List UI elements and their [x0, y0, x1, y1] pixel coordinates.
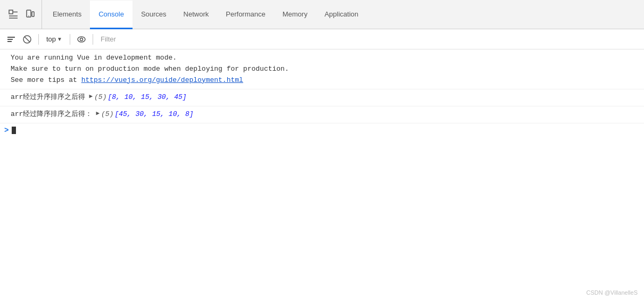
- device-icon[interactable]: [23, 7, 37, 21]
- stop-on-errors-button[interactable]: [20, 32, 34, 46]
- console-cursor: [12, 127, 16, 134]
- separator-1: [38, 34, 39, 45]
- svg-rect-5: [32, 12, 34, 16]
- asc-expand-arrow[interactable]: ▶: [89, 92, 93, 102]
- tab-performance[interactable]: Performance: [217, 1, 274, 29]
- filter-input[interactable]: [97, 35, 640, 43]
- deployment-link[interactable]: https://vuejs.org/guide/deployment.html: [81, 76, 243, 84]
- console-input-line[interactable]: >: [0, 123, 644, 137]
- svg-rect-9: [7, 41, 12, 42]
- separator-3: [93, 34, 93, 45]
- vue-warning-message: You are running Vue in development mode.…: [0, 49, 644, 89]
- tab-bar: Elements Console Sources Network Perform…: [0, 0, 644, 29]
- tab-network[interactable]: Network: [175, 1, 218, 29]
- eye-icon-button[interactable]: [75, 32, 88, 46]
- svg-rect-7: [7, 37, 15, 38]
- clear-console-button[interactable]: [4, 32, 18, 46]
- tab-elements[interactable]: Elements: [44, 1, 90, 29]
- tab-sources[interactable]: Sources: [133, 1, 175, 29]
- separator-2: [70, 34, 70, 45]
- asc-sort-log: arr经过升序排序之后得 ▶ (5) [8, 10, 15, 30, 45]: [0, 89, 644, 106]
- chevron-down-icon: ▼: [57, 36, 62, 42]
- desc-expand-arrow[interactable]: ▶: [96, 109, 100, 119]
- devtools-icons: [2, 0, 42, 29]
- inspect-icon[interactable]: [6, 7, 20, 21]
- tab-application[interactable]: Application: [316, 1, 367, 29]
- console-prompt: >: [4, 126, 9, 135]
- svg-point-6: [28, 15, 29, 16]
- console-toolbar: top ▼: [0, 29, 644, 49]
- watermark: CSDN @VillanelleS: [586, 289, 638, 296]
- tab-memory[interactable]: Memory: [274, 1, 316, 29]
- svg-line-11: [24, 37, 30, 42]
- desc-sort-log: arr经过降序排序之后得： ▶ (5) [45, 30, 15, 10, 8]: [0, 106, 644, 123]
- console-output: You are running Vue in development mode.…: [0, 49, 644, 287]
- svg-point-13: [80, 38, 82, 40]
- tab-console[interactable]: Console: [90, 1, 133, 29]
- context-selector[interactable]: top ▼: [43, 32, 65, 46]
- svg-point-12: [78, 37, 85, 42]
- svg-rect-8: [7, 39, 13, 40]
- svg-rect-0: [9, 10, 13, 14]
